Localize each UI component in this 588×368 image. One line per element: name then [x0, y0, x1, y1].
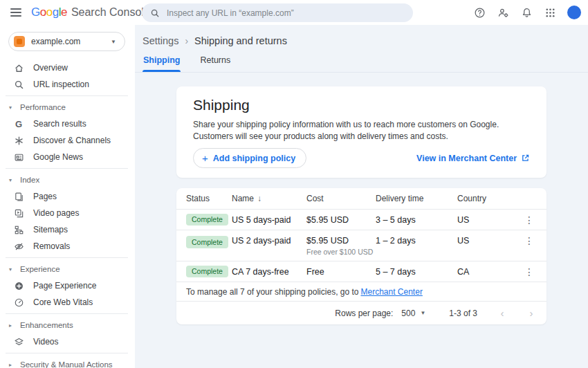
- sidebar-item-overview[interactable]: Overview: [0, 59, 135, 76]
- sidebar-item-url-inspection[interactable]: URL inspection: [0, 76, 135, 93]
- search-icon: [150, 8, 160, 18]
- previous-page-button[interactable]: ‹: [498, 307, 506, 319]
- sidebar-item-discover-channels[interactable]: Discover & Channels: [0, 132, 135, 149]
- sidebar-item-core-web-vitals[interactable]: Core Web Vitals: [0, 294, 135, 311]
- main-content: Settings › Shipping and returns Shipping…: [135, 25, 588, 368]
- view-in-merchant-center-link[interactable]: View in Merchant Center: [416, 154, 530, 163]
- column-header-country[interactable]: Country: [457, 194, 522, 203]
- chevron-down-icon: ▼: [420, 310, 425, 316]
- hamburger-menu-icon[interactable]: [6, 2, 26, 23]
- video-pages-icon: [13, 208, 24, 219]
- sidebar-divider: [6, 257, 128, 258]
- sidebar-item-label: Search results: [33, 119, 86, 129]
- add-shipping-policy-button[interactable]: + Add shipping policy: [193, 148, 306, 168]
- table-footer-note: To manage all 7 of your shipping policie…: [176, 282, 546, 301]
- breadcrumb-current: Shipping and returns: [194, 35, 287, 46]
- policy-cost: $5.95 USDFree over $100 USD: [306, 236, 376, 256]
- tab-returns[interactable]: Returns: [199, 53, 231, 72]
- chevron-down-icon: ▾: [9, 266, 14, 273]
- property-selector[interactable]: example.com ▼: [8, 32, 125, 51]
- sidebar-section-experience[interactable]: ▾Experience: [0, 261, 135, 277]
- sidebar-item-label: Removals: [33, 241, 70, 251]
- footer-note-text: To manage all 7 of your shipping policie…: [186, 287, 359, 297]
- sort-descending-icon: ↓: [257, 194, 261, 203]
- section-label: Enhancements: [20, 321, 73, 329]
- policy-name: CA 7 days-free: [232, 267, 306, 277]
- rows-per-page-select[interactable]: 500 ▼: [401, 309, 425, 318]
- chevron-down-icon: ▾: [9, 177, 14, 183]
- row-menu-kebab-icon[interactable]: ⋮: [522, 215, 537, 225]
- help-icon[interactable]: [470, 3, 488, 21]
- sidebar-divider: [6, 353, 128, 353]
- column-label: Name: [232, 194, 254, 203]
- sidebar-item-label: Overview: [33, 63, 68, 73]
- row-menu-kebab-icon[interactable]: ⋮: [522, 267, 537, 277]
- sidebar-section-index[interactable]: ▾Index: [0, 172, 135, 188]
- app-logo[interactable]: Google Search Console: [31, 6, 150, 19]
- user-avatar[interactable]: [567, 6, 581, 19]
- apps-grid-icon[interactable]: [541, 3, 559, 21]
- news-icon: [13, 151, 24, 163]
- plus-icon: +: [202, 153, 208, 163]
- sidebar-section-performance[interactable]: ▾Performance: [0, 99, 135, 116]
- status-badge: Complete: [186, 214, 228, 226]
- sidebar-item-sitemaps[interactable]: Sitemaps: [0, 221, 135, 238]
- delivery-time: 3 – 5 days: [376, 215, 457, 225]
- status-badge: Complete: [186, 236, 228, 248]
- core-web-vitals-icon: [13, 297, 24, 308]
- shipping-description: Share your shipping policy information w…: [193, 119, 530, 142]
- rows-per-page-label: Rows per page:: [335, 309, 393, 318]
- breadcrumb: Settings › Shipping and returns: [135, 25, 588, 48]
- google-g-icon: G: [13, 118, 24, 129]
- tab-shipping[interactable]: Shipping: [143, 53, 181, 72]
- description-line-2: Customers will see your products along w…: [193, 131, 448, 141]
- description-line-1: Share your shipping policy information w…: [193, 120, 499, 129]
- property-icon: [14, 36, 25, 47]
- pagination-range: 1-3 of 3: [449, 309, 477, 318]
- column-header-status[interactable]: Status: [186, 194, 232, 203]
- column-label: Status: [186, 194, 210, 203]
- sidebar-item-label: Sitemaps: [33, 225, 68, 234]
- column-header-name[interactable]: Name↓: [232, 194, 306, 203]
- column-header-cost[interactable]: Cost: [306, 194, 376, 203]
- sidebar-item-pages[interactable]: Pages: [0, 188, 135, 205]
- cost-note: Free over $100 USD: [306, 248, 376, 256]
- manage-users-icon[interactable]: [494, 3, 512, 21]
- sidebar-item-videos[interactable]: Videos: [0, 333, 135, 350]
- breadcrumb-settings[interactable]: Settings: [143, 35, 178, 46]
- sidebar-item-label: Google News: [33, 152, 83, 162]
- section-label: Experience: [20, 265, 60, 273]
- merchant-center-link[interactable]: Merchant Center: [361, 287, 423, 297]
- sidebar-item-video-pages[interactable]: Video pages: [0, 205, 135, 221]
- sidebar-item-page-experience[interactable]: Page Experience: [0, 277, 135, 294]
- removals-icon: [13, 241, 24, 252]
- merchant-link-label: View in Merchant Center: [416, 154, 517, 163]
- product-name: Search Console: [71, 6, 150, 19]
- property-name: example.com: [31, 37, 80, 46]
- next-page-button[interactable]: ›: [527, 307, 535, 319]
- sidebar-section-security-manual-actions[interactable]: ▸Security & Manual Actions: [0, 356, 135, 368]
- table-body: CompleteUS 5 days-paid$5.95 USD3 – 5 day…: [176, 209, 546, 282]
- url-inspect-searchbar[interactable]: [142, 3, 413, 22]
- row-menu-kebab-icon[interactable]: ⋮: [522, 236, 537, 246]
- url-inspect-input[interactable]: [167, 8, 405, 18]
- sidebar-item-google-news[interactable]: Google News: [0, 149, 135, 165]
- sidebar-item-label: Video pages: [33, 208, 80, 218]
- pagination-bar: Rows per page: 500 ▼ 1-3 of 3 ‹ ›: [176, 301, 546, 324]
- external-link-icon: [521, 154, 530, 163]
- pages-icon: [13, 191, 24, 202]
- rows-per-page-value: 500: [401, 309, 415, 318]
- notifications-bell-icon[interactable]: [517, 3, 535, 21]
- sidebar-item-label: Pages: [33, 192, 57, 201]
- sidebar-section-enhancements[interactable]: ▸Enhancements: [0, 317, 135, 333]
- app-bar: Google Search Console: [0, 0, 588, 25]
- sidebar-item-label: Core Web Vitals: [33, 297, 93, 307]
- column-header-delivery-time[interactable]: Delivery time: [376, 194, 457, 203]
- sidebar-item-search-results[interactable]: GSearch results: [0, 116, 135, 132]
- sidebar-item-removals[interactable]: Removals: [0, 238, 135, 255]
- column-label: Country: [457, 194, 486, 203]
- tab-bar: Shipping Returns: [135, 53, 588, 73]
- column-label: Delivery time: [376, 194, 423, 203]
- table-row: CompleteUS 2 days-paid$5.95 USDFree over…: [176, 230, 546, 261]
- search-icon: [13, 79, 24, 90]
